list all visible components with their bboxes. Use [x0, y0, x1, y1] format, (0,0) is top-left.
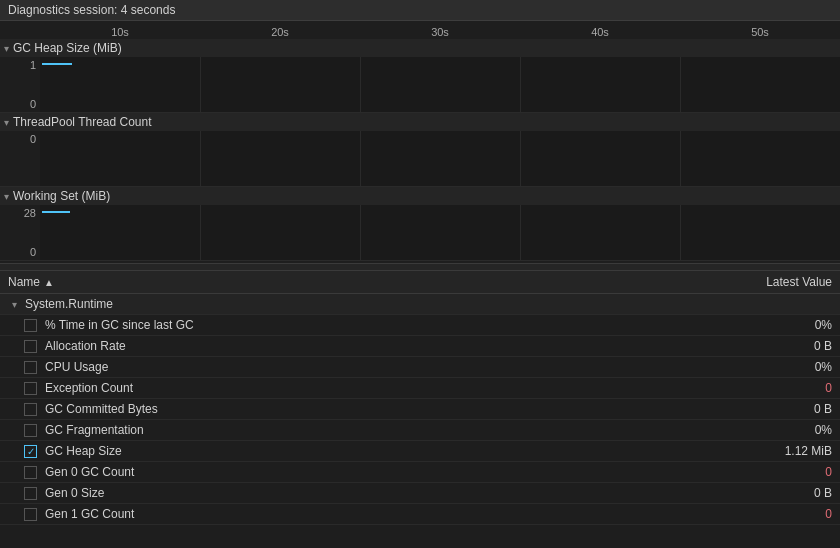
gc-heap-y-max: 1: [4, 59, 36, 71]
row-value: 0%: [732, 360, 832, 374]
row-checkbox[interactable]: [24, 424, 37, 437]
table-row[interactable]: Gen 1 GC Count0: [0, 504, 840, 525]
col-value-label: Latest Value: [766, 275, 832, 289]
row-checkbox[interactable]: [24, 403, 37, 416]
row-value: 0%: [732, 423, 832, 437]
gc-heap-y-axis: 1 0: [0, 57, 40, 112]
row-value: 0: [732, 507, 832, 521]
gc-heap-body: 1 0: [0, 57, 840, 112]
table-row[interactable]: Gen 0 Size0 B: [0, 483, 840, 504]
threadpool-section: ▾ ThreadPool Thread Count 0: [0, 113, 840, 187]
sort-arrow-icon: ▲: [44, 277, 54, 288]
gc-heap-canvas: [40, 57, 840, 112]
table-row[interactable]: GC Fragmentation0%: [0, 420, 840, 441]
gc-heap-collapse-icon: ▾: [4, 43, 9, 54]
working-set-body: 28 0: [0, 205, 840, 260]
threadpool-collapse-icon: ▾: [4, 117, 9, 128]
table-row[interactable]: % Time in GC since last GC0%: [0, 315, 840, 336]
threadpool-title: ThreadPool Thread Count: [13, 115, 152, 129]
gc-heap-y-min: 0: [4, 98, 36, 110]
table-row[interactable]: Gen 0 GC Count0: [0, 462, 840, 483]
row-value: 1.12 MiB: [732, 444, 832, 458]
table-row[interactable]: Exception Count0: [0, 378, 840, 399]
time-label-10s: 10s: [40, 23, 200, 39]
col-name-header[interactable]: Name ▲: [8, 275, 732, 289]
threadpool-y-max: 0: [4, 133, 36, 145]
gc-heap-section: ▾ GC Heap Size (MiB) 1 0: [0, 39, 840, 113]
metrics-table: Name ▲ Latest Value ▾ System.Runtime % T…: [0, 271, 840, 548]
row-checkbox[interactable]: [24, 361, 37, 374]
row-value: 0%: [732, 318, 832, 332]
threadpool-header[interactable]: ▾ ThreadPool Thread Count: [0, 113, 840, 131]
row-checkbox[interactable]: [24, 508, 37, 521]
row-checkbox[interactable]: [24, 319, 37, 332]
working-set-section: ▾ Working Set (MiB) 28 0: [0, 187, 840, 261]
table-rows-container: % Time in GC since last GC0%Allocation R…: [0, 315, 840, 525]
row-name: % Time in GC since last GC: [45, 318, 732, 332]
working-set-y-min: 0: [4, 246, 36, 258]
row-value: 0: [732, 465, 832, 479]
time-label-50s: 50s: [680, 23, 840, 39]
row-checkbox[interactable]: [24, 487, 37, 500]
row-name: Exception Count: [45, 381, 732, 395]
group-label: System.Runtime: [25, 297, 113, 311]
diagnostics-label: Diagnostics session: 4 seconds: [8, 3, 175, 17]
gc-heap-header[interactable]: ▾ GC Heap Size (MiB): [0, 39, 840, 57]
threadpool-canvas: [40, 131, 840, 186]
table-row[interactable]: Allocation Rate0 B: [0, 336, 840, 357]
row-value: 0: [732, 381, 832, 395]
row-checkbox[interactable]: [24, 382, 37, 395]
diagnostics-bar: Diagnostics session: 4 seconds: [0, 0, 840, 21]
row-name: GC Fragmentation: [45, 423, 732, 437]
row-name: Gen 0 GC Count: [45, 465, 732, 479]
row-value: 0 B: [732, 486, 832, 500]
time-label-30s: 30s: [360, 23, 520, 39]
row-checkbox[interactable]: [24, 340, 37, 353]
row-value: 0 B: [732, 339, 832, 353]
working-set-canvas: [40, 205, 840, 260]
row-name: Gen 1 GC Count: [45, 507, 732, 521]
col-value-header: Latest Value: [732, 275, 832, 289]
working-set-y-max: 28: [4, 207, 36, 219]
row-name: Gen 0 Size: [45, 486, 732, 500]
gc-heap-title: GC Heap Size (MiB): [13, 41, 122, 55]
group-collapse-icon: ▾: [12, 299, 17, 310]
col-name-label: Name: [8, 275, 40, 289]
table-row[interactable]: CPU Usage0%: [0, 357, 840, 378]
time-label-20s: 20s: [200, 23, 360, 39]
threadpool-y-axis: 0: [0, 131, 40, 186]
row-name: CPU Usage: [45, 360, 732, 374]
working-set-y-axis: 28 0: [0, 205, 40, 260]
row-checkbox[interactable]: [24, 445, 37, 458]
row-checkbox[interactable]: [24, 466, 37, 479]
working-set-collapse-icon: ▾: [4, 191, 9, 202]
working-set-header[interactable]: ▾ Working Set (MiB): [0, 187, 840, 205]
section-divider: [0, 263, 840, 271]
time-label-40s: 40s: [520, 23, 680, 39]
row-name: GC Committed Bytes: [45, 402, 732, 416]
row-name: Allocation Rate: [45, 339, 732, 353]
table-row[interactable]: GC Heap Size1.12 MiB: [0, 441, 840, 462]
row-name: GC Heap Size: [45, 444, 732, 458]
threadpool-body: 0: [0, 131, 840, 186]
row-value: 0 B: [732, 402, 832, 416]
chart-area: 10s 20s 30s 40s 50s ▾ GC Heap Size (MiB)…: [0, 21, 840, 263]
group-row-system-runtime[interactable]: ▾ System.Runtime: [0, 294, 840, 315]
table-header: Name ▲ Latest Value: [0, 271, 840, 294]
working-set-title: Working Set (MiB): [13, 189, 110, 203]
table-row[interactable]: GC Committed Bytes0 B: [0, 399, 840, 420]
